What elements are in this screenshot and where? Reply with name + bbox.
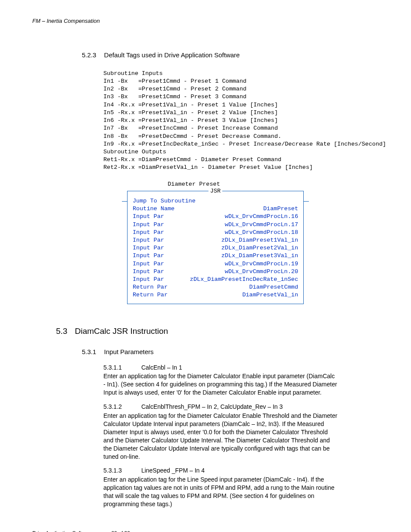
jsr-diagram: JSR Jump To SubroutineRoutine NameDiamPr… bbox=[127, 191, 304, 304]
jsr-row-value: wDLx_DrvCmmdProcLn.17 bbox=[225, 221, 298, 229]
jsr-row-label: Input Par bbox=[133, 260, 164, 268]
section-number: 5.3.1.2 bbox=[103, 403, 140, 411]
jsr-row: Return ParDiamPresetCmmd bbox=[133, 283, 298, 291]
jsr-row: Input ParwDLx_DrvCmmdProcLn.16 bbox=[133, 213, 298, 221]
jsr-row-value: zDLx_DiamPresetIncDecRate_inSec bbox=[190, 276, 298, 283]
section-title: LineSpeed _FPM – In 4 bbox=[141, 467, 205, 474]
jsr-row-label: Input Par bbox=[133, 276, 164, 283]
section-body: Enter an application tag for the Line Sp… bbox=[103, 476, 338, 508]
jsr-row-label: Input Par bbox=[133, 268, 164, 276]
jsr-row: Input ParwDLx_DrvCmmdProcLn.19 bbox=[133, 260, 298, 268]
jsr-row: Return ParDiamPresetVal_in bbox=[133, 291, 298, 299]
heading-number: 5.3.1 bbox=[82, 348, 96, 356]
jsr-row-label: Input Par bbox=[133, 244, 164, 252]
heading-title: Default Tags used in Drive Application S… bbox=[104, 51, 240, 59]
jsr-row: Input ParwDLx_DrvCmmdProcLn.18 bbox=[133, 229, 298, 236]
jsr-row-label: Return Par bbox=[133, 283, 168, 291]
heading-5-3-1: 5.3.1 Input Parameters bbox=[82, 348, 385, 356]
jsr-row-label: Input Par bbox=[133, 252, 164, 260]
jsr-row: Input ParzDLx_DiamPreset3Val_in bbox=[133, 252, 298, 260]
subroutine-code-block: Subroutine Inputs In1 -Bx =Preset1Cmmd -… bbox=[103, 70, 385, 172]
heading-title: DiamCalc JSR Instruction bbox=[75, 327, 168, 336]
section-5-3-1-2: 5.3.1.2 CalcEnblThresh_FPM – In 2, CalcU… bbox=[103, 403, 338, 460]
diagram-title: Diameter Preset bbox=[103, 180, 284, 188]
jsr-row-value: DiamPreset bbox=[263, 205, 298, 213]
jsr-row-value: DiamPresetVal_in bbox=[242, 291, 298, 299]
page-header: FM – Inertia Compensation bbox=[32, 17, 385, 25]
heading-number: 5.2.3 bbox=[82, 51, 96, 59]
section-5-3-1-1: 5.3.1.1 CalcEnbl – In 1 Enter an applica… bbox=[103, 364, 338, 397]
jsr-row: Jump To Subroutine bbox=[133, 197, 298, 205]
page-footer: Drive Application Software – page 20 of … bbox=[32, 530, 385, 532]
section-title: CalcEnblThresh_FPM – In 2, CalcUpdate_Re… bbox=[141, 403, 283, 410]
jsr-row-value: wDLx_DrvCmmdProcLn.18 bbox=[225, 229, 298, 236]
jsr-row: Input ParwDLx_DrvCmmdProcLn.20 bbox=[133, 268, 298, 276]
jsr-row: Routine NameDiamPreset bbox=[133, 205, 298, 213]
rung-connector-right bbox=[304, 201, 309, 202]
jsr-row-label: Return Par bbox=[133, 291, 168, 299]
jsr-instruction-box: JSR Jump To SubroutineRoutine NameDiamPr… bbox=[127, 191, 304, 304]
jsr-row-label: Input Par bbox=[133, 213, 164, 221]
jsr-row-value: zDLx_DiamPreset3Val_in bbox=[221, 252, 298, 260]
jsr-row: Input ParzDLx_DiamPreset2Val_in bbox=[133, 244, 298, 252]
section-number: 5.3.1.1 bbox=[103, 364, 140, 372]
jsr-row-value: zDLx_DiamPreset2Val_in bbox=[221, 244, 298, 252]
jsr-row-label: Input Par bbox=[133, 236, 164, 244]
section-body: Enter an application tag for the Diamete… bbox=[103, 372, 338, 397]
heading-5-2-3: 5.2.3 Default Tags used in Drive Applica… bbox=[82, 51, 385, 59]
section-number: 5.3.1.3 bbox=[103, 467, 140, 475]
jsr-row: Input ParzDLx_DiamPreset1Val_in bbox=[133, 236, 298, 244]
section-title: CalcEnbl – In 1 bbox=[141, 364, 182, 371]
jsr-row: Input ParwDLx_DrvCmmdProcLn.17 bbox=[133, 221, 298, 229]
jsr-row-label: Jump To Subroutine bbox=[133, 197, 196, 205]
jsr-box-label: JSR bbox=[209, 187, 222, 195]
jsr-row-value: DiamPresetCmmd bbox=[249, 283, 298, 291]
jsr-row-value: wDLx_DrvCmmdProcLn.16 bbox=[225, 213, 298, 221]
jsr-row-label: Routine Name bbox=[133, 205, 174, 213]
jsr-row: Input ParzDLx_DiamPresetIncDecRate_inSec bbox=[133, 276, 298, 283]
jsr-row-value: wDLx_DrvCmmdProcLn.20 bbox=[225, 268, 298, 276]
jsr-row-value: zDLx_DiamPreset1Val_in bbox=[221, 236, 298, 244]
section-body: Enter an application tag for the Diamete… bbox=[103, 412, 338, 460]
jsr-row-label: Input Par bbox=[133, 221, 164, 229]
section-5-3-1-3: 5.3.1.3 LineSpeed _FPM – In 4 Enter an a… bbox=[103, 467, 338, 508]
heading-title: Input Parameters bbox=[104, 348, 154, 355]
rung-connector-left bbox=[122, 201, 127, 202]
heading-number: 5.3 bbox=[56, 326, 67, 337]
heading-5-3: 5.3 DiamCalc JSR Instruction bbox=[56, 326, 385, 337]
jsr-row-value: wDLx_DrvCmmdProcLn.19 bbox=[225, 260, 298, 268]
jsr-row-label: Input Par bbox=[133, 229, 164, 236]
